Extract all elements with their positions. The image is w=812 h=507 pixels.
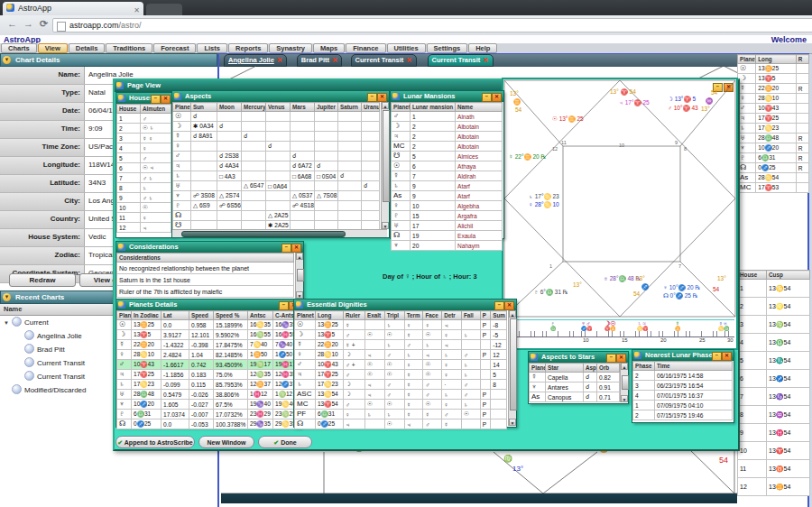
new-tab-button[interactable] <box>146 4 182 15</box>
vertical-scrollbar[interactable]: ▲ ▼ <box>295 253 303 299</box>
forward-icon[interactable]: → <box>23 18 33 29</box>
menu-item-utilities[interactable]: Utilities <box>387 43 426 53</box>
table-row[interactable]: 7♂ ♄ <box>117 173 171 183</box>
table-row[interactable]: ☉13♊25 <box>738 64 809 74</box>
table-row[interactable]: ♂☌ 2S38☌ <box>173 152 380 161</box>
table-row[interactable]: MC17♈53 <box>738 183 809 193</box>
table-row[interactable]: ☊0♐250.0-0.053100.3788%29♑3529♋35 <box>117 419 300 429</box>
scroll-down-icon[interactable]: ▼ <box>621 395 628 402</box>
table-row[interactable]: ♃17♈25 <box>738 114 809 124</box>
window-titlebar[interactable]: Essential Dignities − ✕ <box>294 300 516 310</box>
table-row[interactable]: 2☉ ♄ <box>117 124 171 134</box>
browser-tab[interactable]: AstroApp ✕ <box>3 2 143 15</box>
table-row[interactable]: ♇△ 6S9☍ 6S56☍ 4S18 <box>173 201 380 211</box>
table-row[interactable]: ☽13♈53.912712.1019.5902%16♍5516♓55 <box>117 330 300 340</box>
scroll-up-icon[interactable]: ▲ <box>621 363 628 370</box>
close-button[interactable]: ✕ <box>616 354 626 363</box>
table-row[interactable]: ♇6♎3117.0374-0.00717.0732%23♓2923♍29 <box>117 410 300 419</box>
table-row[interactable]: ♀28♋10☽♃♂♄♃♄♂P12 <box>295 350 507 360</box>
scroll-thumb[interactable] <box>622 375 629 390</box>
table-row[interactable]: ♂1Alnath <box>392 112 503 122</box>
scroll-thumb[interactable] <box>181 231 346 237</box>
window-titlebar[interactable]: Considerations − ✕ <box>116 242 303 253</box>
table-row[interactable]: ☽13♈5♂☉☉☿☉♀♄P-5 <box>295 330 507 340</box>
new-window-button[interactable]: New Window <box>198 436 254 448</box>
table-row[interactable]: ♄17♋23-0.0990.11585.7953%12♊3712♐37 <box>117 380 300 390</box>
table-row[interactable]: ♀28♋10 <box>738 94 809 104</box>
table-row[interactable]: 12♃ <box>117 223 171 233</box>
close-button[interactable]: ✕ <box>504 301 514 310</box>
scroll-thumb[interactable] <box>297 269 304 281</box>
scroll-up-icon[interactable]: ▲ <box>382 102 389 109</box>
table-row[interactable]: 213♌54 <box>738 298 810 316</box>
minimize-button[interactable]: − <box>482 93 492 102</box>
table-row[interactable]: 113♋54 <box>738 280 810 298</box>
table-row[interactable]: ☉6Athaya <box>392 161 503 171</box>
table-row[interactable]: ♆10♐201.605-0.02767.5%19♑4019♋40 <box>117 400 300 410</box>
append-astroscribe-button[interactable]: ✔ Append to AstroScribe <box>115 436 195 448</box>
tree-expand-icon[interactable]: ▼ <box>4 320 9 326</box>
table-row[interactable]: ♀28♋102.48241.0482.1485%1♊501♐50 <box>117 350 300 360</box>
table-row[interactable]: AsCanopus☌0.71 <box>530 392 620 402</box>
menu-item-forecast[interactable]: Forecast <box>153 43 196 53</box>
scroll-down-icon[interactable]: ▼ <box>382 222 389 229</box>
table-row[interactable]: 306/23/1975 16:54 <box>633 381 733 391</box>
table-row[interactable]: 407/01/1975 16:37 <box>633 391 733 401</box>
menu-item-help[interactable]: Help <box>468 43 497 53</box>
table-row[interactable]: ♃☌ 4A34☌ 6A72☌ <box>173 161 380 171</box>
horizontal-scrollbar[interactable] <box>172 229 387 237</box>
table-row[interactable]: ♃2Albotain <box>392 132 503 142</box>
menu-item-lists[interactable]: Lists <box>197 43 227 53</box>
table-row[interactable]: 1013♈54 <box>738 442 810 460</box>
chart-details-header[interactable]: ▼ Chart Details <box>0 53 217 67</box>
menu-item-synastry[interactable]: Synastry <box>269 43 312 53</box>
minimize-button[interactable]: − <box>712 352 722 361</box>
table-row[interactable]: 10☉ <box>117 203 171 213</box>
table-row[interactable]: ♃17♈25-1.18560.18375.0%12♍3512♓35 <box>117 370 300 380</box>
redraw-button[interactable]: Redraw <box>9 273 76 287</box>
table-row[interactable]: ♄□ 4A3□ 6A68□ 0S04☌ <box>173 171 380 181</box>
close-button[interactable]: ✕ <box>161 95 171 104</box>
table-row[interactable]: PF6♎31♀♄♄☿☿♂☉P <box>295 410 507 419</box>
close-button[interactable]: ✕ <box>377 93 387 102</box>
table-row[interactable]: ☊0♐25♃☉♃♂☿P <box>295 419 507 429</box>
vertical-scrollbar[interactable]: ▲ ▼ <box>381 102 389 229</box>
table-row[interactable]: ☉13♊25☿♄♀♀♃P-8 <box>295 320 507 330</box>
table-row[interactable]: ☊0♐25R <box>738 163 809 173</box>
window-titlebar[interactable]: Lunar Mansions − ✕ <box>391 91 503 102</box>
table-row[interactable]: Saturn is in the 1st house <box>117 274 294 286</box>
table-row[interactable]: ☽13♈5 <box>738 74 809 84</box>
table-row[interactable]: ☿22♊20-1.4322-0.39817.8475%7♋407♑40 <box>117 340 300 350</box>
table-row[interactable]: 206/16/1975 14:58 <box>633 371 733 381</box>
table-row[interactable]: 513♏54 <box>738 352 810 370</box>
close-button[interactable]: ✕ <box>492 93 502 102</box>
close-button[interactable]: ✕ <box>722 352 732 361</box>
scroll-up-icon[interactable]: ▲ <box>296 253 303 260</box>
table-row[interactable]: 913♓54 <box>738 424 810 442</box>
table-row[interactable]: 11♀ <box>117 213 171 223</box>
table-row[interactable]: ☽✱ 0A34☌ <box>173 122 380 132</box>
done-button[interactable]: ✔ Done <box>258 436 312 448</box>
table-row[interactable]: ASC13♋54☽♃♂☿♂♄♂P <box>295 390 507 400</box>
table-row[interactable]: ♄9Atarf <box>392 181 503 191</box>
table-row[interactable]: As28♋54 <box>738 173 809 183</box>
scroll-thumb[interactable] <box>383 110 390 202</box>
menu-item-maps[interactable]: Maps <box>313 43 345 53</box>
close-button[interactable]: ✕ <box>291 244 301 253</box>
window-titlebar[interactable]: Aspects − ✕ <box>172 91 389 102</box>
table-row[interactable]: 3☿ ♀ <box>117 134 171 143</box>
vertical-sc rollbar[interactable]: ▲ ▼ <box>620 363 628 402</box>
table-row[interactable]: ♄17♋23☽♃♂☿♂·♂8 <box>295 380 507 390</box>
minimize-button[interactable]: − <box>367 93 377 102</box>
scroll-up-icon[interactable]: ▲ <box>509 310 516 318</box>
table-row[interactable]: ♇6♎31R <box>738 153 809 163</box>
menu-item-charts[interactable]: Charts <box>1 43 37 53</box>
table-row[interactable]: 1113♉54 <box>738 460 810 478</box>
minimize-button[interactable]: − <box>279 301 289 310</box>
url-bar[interactable]: astroapp.com/astro/ <box>52 18 812 32</box>
window-titlebar[interactable]: Planets Details − ✕ <box>116 300 300 310</box>
vertical-scrollbar[interactable]: ▲ ▼ <box>508 310 516 426</box>
table-row[interactable]: ♆10♐20R <box>738 143 809 153</box>
table-row[interactable]: ☿Capella☌0.82 <box>530 373 620 383</box>
table-row[interactable]: ♅△ 6S47□ 0A64☌ <box>173 181 380 191</box>
